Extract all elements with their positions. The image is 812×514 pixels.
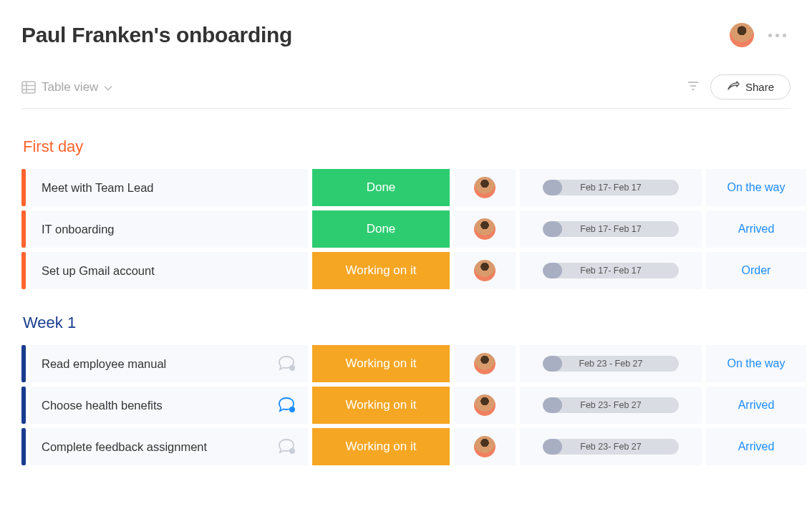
assignee-avatar bbox=[474, 394, 496, 416]
tag-cell[interactable]: On the way bbox=[706, 169, 806, 206]
person-cell[interactable] bbox=[454, 387, 516, 424]
timeline-cell[interactable]: Feb 17- Feb 17 bbox=[520, 252, 702, 289]
row-color-bar bbox=[21, 428, 26, 465]
tag-label: On the way bbox=[728, 357, 786, 370]
person-cell[interactable] bbox=[454, 169, 516, 206]
task-name-cell[interactable]: Meet with Team Lead bbox=[30, 169, 308, 206]
tag-label: On the way bbox=[728, 181, 786, 194]
status-cell[interactable]: Working on it bbox=[312, 428, 450, 465]
task-name-label: IT onboarding bbox=[42, 223, 115, 236]
row-color-bar bbox=[21, 252, 26, 289]
task-name-cell[interactable]: Complete feedback assignment bbox=[30, 428, 308, 465]
tag-label: Arrived bbox=[738, 399, 775, 412]
share-button[interactable]: Share bbox=[710, 74, 791, 100]
timeline-label: Feb 23- Feb 27 bbox=[580, 442, 641, 452]
tag-cell[interactable]: On the way bbox=[706, 345, 806, 382]
timeline-pill: Feb 23- Feb 27 bbox=[543, 439, 679, 455]
tag-cell[interactable]: Arrived bbox=[706, 210, 806, 248]
tag-label: Arrived bbox=[738, 440, 775, 453]
task-name-label: Read employee manual bbox=[42, 357, 166, 371]
status-cell[interactable]: Working on it bbox=[312, 387, 450, 424]
task-name-cell[interactable]: Choose health benefits bbox=[30, 387, 308, 424]
svg-point-9 bbox=[289, 448, 295, 454]
timeline-label: Feb 17- Feb 17 bbox=[580, 183, 641, 193]
task-name-cell[interactable]: Set up Gmail account bbox=[30, 252, 308, 289]
row-color-bar bbox=[21, 210, 26, 248]
chevron-down-icon bbox=[104, 80, 112, 94]
svg-point-8 bbox=[289, 407, 295, 412]
group-first-day: First day Meet with Team Lead Done Feb 1… bbox=[21, 137, 791, 289]
task-name-label: Meet with Team Lead bbox=[42, 181, 154, 195]
person-cell[interactable] bbox=[454, 345, 516, 382]
person-cell[interactable] bbox=[454, 210, 516, 248]
status-label: Working on it bbox=[346, 263, 417, 278]
tag-cell[interactable]: Order bbox=[706, 252, 806, 289]
timeline-cell[interactable]: Feb 23- Feb 27 bbox=[520, 428, 702, 465]
timeline-pill: Feb 17- Feb 17 bbox=[543, 221, 679, 237]
view-selector-label: Table view bbox=[42, 80, 98, 94]
table-row: IT onboarding Done Feb 17- Feb 17 Arrive… bbox=[21, 210, 791, 248]
status-cell[interactable]: Working on it bbox=[312, 252, 450, 289]
person-cell[interactable] bbox=[454, 252, 516, 289]
table-row: Read employee manual Working on it Feb 2… bbox=[21, 345, 791, 382]
status-label: Done bbox=[367, 180, 396, 195]
timeline-label: Feb 23- Feb 27 bbox=[580, 400, 641, 410]
timeline-cell[interactable]: Feb 23 - Feb 27 bbox=[520, 345, 702, 382]
chat-icon[interactable] bbox=[276, 354, 296, 373]
status-label: Working on it bbox=[346, 357, 417, 371]
status-cell[interactable]: Done bbox=[312, 210, 450, 248]
table-row: Meet with Team Lead Done Feb 17- Feb 17 … bbox=[21, 169, 791, 206]
timeline-label: Feb 17- Feb 17 bbox=[580, 224, 641, 234]
user-avatar[interactable] bbox=[730, 23, 754, 47]
timeline-cell[interactable]: Feb 17- Feb 17 bbox=[520, 169, 702, 206]
group-title[interactable]: Week 1 bbox=[21, 314, 791, 332]
timeline-label: Feb 17- Feb 17 bbox=[580, 266, 641, 276]
assignee-avatar bbox=[474, 260, 496, 281]
view-selector-dropdown[interactable]: Table view bbox=[21, 80, 112, 94]
status-label: Working on it bbox=[346, 398, 417, 412]
assignee-avatar bbox=[474, 436, 496, 457]
divider bbox=[21, 108, 791, 109]
table-row: Set up Gmail account Working on it Feb 1… bbox=[21, 252, 791, 289]
task-name-cell[interactable]: Read employee manual bbox=[30, 345, 308, 382]
table-row: Choose health benefits Working on it Feb… bbox=[21, 387, 791, 424]
tag-label: Arrived bbox=[738, 223, 775, 236]
tag-cell[interactable]: Arrived bbox=[706, 387, 806, 424]
assignee-avatar bbox=[474, 218, 496, 240]
status-label: Working on it bbox=[346, 440, 417, 454]
timeline-cell[interactable]: Feb 17- Feb 17 bbox=[520, 210, 702, 248]
task-name-label: Complete feedback assignment bbox=[42, 440, 207, 454]
timeline-label: Feb 23 - Feb 27 bbox=[579, 359, 643, 369]
filter-icon[interactable] bbox=[687, 81, 699, 94]
row-color-bar bbox=[21, 345, 26, 382]
share-icon bbox=[727, 81, 740, 93]
status-label: Done bbox=[367, 222, 396, 236]
timeline-pill: Feb 23 - Feb 27 bbox=[543, 356, 679, 372]
assignee-avatar bbox=[474, 177, 496, 198]
svg-rect-0 bbox=[22, 82, 35, 93]
chat-icon[interactable] bbox=[276, 396, 296, 414]
timeline-pill: Feb 17- Feb 17 bbox=[543, 263, 679, 278]
chat-icon[interactable] bbox=[276, 437, 296, 456]
timeline-pill: Feb 17- Feb 17 bbox=[543, 180, 679, 195]
page-title: Paul Franken's onboarding bbox=[21, 23, 292, 47]
timeline-cell[interactable]: Feb 23- Feb 27 bbox=[520, 387, 702, 424]
status-cell[interactable]: Done bbox=[312, 169, 450, 206]
timeline-pill: Feb 23- Feb 27 bbox=[543, 397, 679, 413]
more-options-button[interactable] bbox=[764, 29, 791, 42]
task-name-cell[interactable]: IT onboarding bbox=[30, 210, 308, 248]
person-cell[interactable] bbox=[454, 428, 516, 465]
row-color-bar bbox=[21, 169, 26, 206]
group-title[interactable]: First day bbox=[21, 137, 791, 156]
svg-point-7 bbox=[289, 365, 295, 371]
share-button-label: Share bbox=[745, 81, 774, 93]
task-name-label: Set up Gmail account bbox=[42, 264, 155, 278]
row-color-bar bbox=[21, 387, 26, 424]
group-week-1: Week 1 Read employee manual Working on i… bbox=[21, 314, 791, 465]
status-cell[interactable]: Working on it bbox=[312, 345, 450, 382]
task-name-label: Choose health benefits bbox=[42, 399, 163, 412]
assignee-avatar bbox=[474, 353, 496, 374]
tag-label: Order bbox=[742, 264, 771, 277]
tag-cell[interactable]: Arrived bbox=[706, 428, 806, 465]
table-row: Complete feedback assignment Working on … bbox=[21, 428, 791, 465]
